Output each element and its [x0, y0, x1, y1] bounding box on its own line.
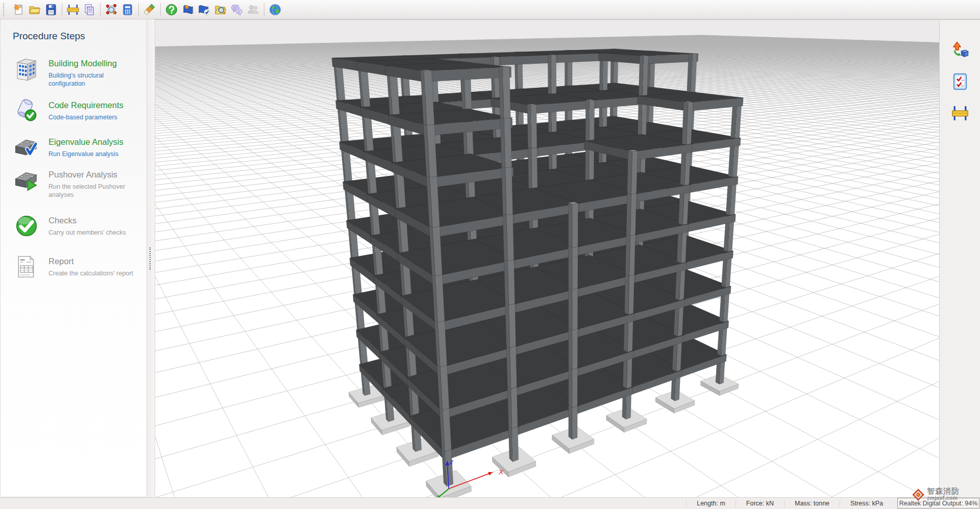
deformed-shape-icon	[951, 41, 969, 61]
user-accounts-icon	[247, 3, 260, 16]
open-project-button[interactable]	[27, 2, 43, 18]
step-report[interactable]: Report Create the calculations' report	[13, 253, 141, 281]
toolbar-separator	[62, 3, 62, 16]
scroll-check-icon	[13, 97, 40, 124]
verification-book-icon	[198, 3, 211, 16]
step-title: Building Modelling	[48, 58, 141, 68]
toolbar-separator	[138, 3, 139, 16]
step-building-modelling[interactable]: Building Modelling Building's structural…	[13, 55, 141, 88]
frame-sections-icon	[66, 3, 80, 16]
search-folder-icon	[214, 3, 227, 16]
axis-z-label: z	[449, 458, 453, 466]
splitter-grip-dots	[150, 247, 153, 270]
step-title: Code Requirements	[48, 100, 124, 110]
axis-x-label: X	[498, 468, 504, 476]
help-button[interactable]	[163, 2, 180, 18]
tutorial-book-button[interactable]	[180, 2, 196, 18]
verification-book-button[interactable]	[196, 2, 212, 18]
procedure-steps-panel: Procedure Steps Building Modelling Build…	[0, 19, 147, 497]
status-mass-unit: Mass: tonne	[785, 500, 840, 507]
model-viewer-icon	[105, 3, 118, 16]
checks-list-icon	[951, 72, 969, 92]
report-template-icon	[83, 3, 96, 16]
main-toolbar	[0, 0, 980, 19]
step-title: Report	[48, 256, 133, 266]
web-site-button[interactable]	[267, 2, 283, 18]
report-template-button[interactable]	[81, 2, 97, 18]
calculator-icon	[121, 3, 134, 16]
step-subtitle: Code-based parameters	[48, 113, 124, 121]
report-doc-icon	[13, 253, 40, 281]
feedback-bubbles-icon	[230, 3, 243, 16]
main-area: Procedure Steps Building Modelling Build…	[0, 19, 980, 497]
step-title: Eigenvalue Analysis	[48, 137, 124, 147]
frame-sections-icon	[951, 104, 969, 124]
tutorial-book-icon	[181, 3, 194, 16]
model-viewer-button[interactable]	[103, 2, 119, 18]
open-project-icon	[28, 3, 41, 16]
frame-sections-side-button[interactable]	[949, 103, 971, 125]
application-window: Procedure Steps Building Modelling Build…	[0, 0, 980, 509]
frame-sections-button[interactable]	[65, 2, 81, 18]
model-viewport[interactable]: zX	[155, 19, 939, 497]
calculator-button[interactable]	[119, 2, 136, 18]
building-icon	[13, 55, 40, 83]
step-subtitle: Run Eigenvalue analysis	[48, 150, 124, 158]
toolbar-separator	[264, 3, 264, 16]
step-eigenvalue-analysis[interactable]: Eigenvalue Analysis Run Eigenvalue analy…	[13, 134, 141, 161]
status-force-unit: Force: kN	[736, 500, 784, 507]
view-tools-panel	[939, 19, 980, 497]
user-accounts-button[interactable]	[245, 2, 261, 18]
status-bar: Length: m Force: kN Mass: tonne Stress: …	[0, 497, 980, 509]
toolbar-separator	[160, 3, 161, 16]
model-3d-scene[interactable]: zX	[155, 20, 939, 497]
new-document-icon	[12, 3, 25, 16]
save-project-icon	[44, 3, 58, 16]
step-code-requirements[interactable]: Code Requirements Code-based parameters	[13, 97, 141, 124]
step-pushover-analysis[interactable]: Pushover Analysis Run the selected Pusho…	[13, 166, 141, 199]
step-subtitle: Run the selected Pushover analyses	[48, 183, 141, 199]
step-checks[interactable]: Checks Carry out members' checks	[13, 212, 141, 240]
frame-check-icon	[13, 134, 40, 161]
checks-list-button[interactable]	[949, 71, 971, 93]
sidebar-splitter[interactable]	[147, 19, 155, 497]
globe-icon	[268, 3, 282, 16]
step-subtitle: Building's structural configuration	[48, 71, 141, 88]
step-subtitle: Carry out members' checks	[48, 228, 126, 237]
search-folder-button[interactable]	[212, 2, 229, 18]
toolbar-grip[interactable]	[3, 3, 7, 16]
format-brush-button[interactable]	[141, 2, 158, 18]
step-title: Checks	[48, 215, 126, 225]
step-subtitle: Create the calculations' report	[48, 269, 133, 277]
green-check-icon	[13, 212, 40, 240]
status-stress-unit: Stress: kPa	[840, 500, 893, 507]
toolbar-separator	[100, 3, 101, 16]
format-brush-icon	[143, 3, 156, 16]
feedback-bubbles-button[interactable]	[229, 2, 245, 18]
new-document-button[interactable]	[10, 2, 27, 18]
deformed-shape-viewer-button[interactable]	[949, 39, 971, 62]
step-title: Pushover Analysis	[48, 169, 141, 180]
panel-title: Procedure Steps	[13, 31, 141, 42]
save-project-button[interactable]	[43, 2, 59, 18]
help-icon	[165, 3, 178, 16]
volume-osd: Realtek Digital Output: 94%	[897, 498, 979, 508]
status-length-unit: Length: m	[687, 500, 736, 507]
frame-run-icon	[13, 166, 40, 194]
